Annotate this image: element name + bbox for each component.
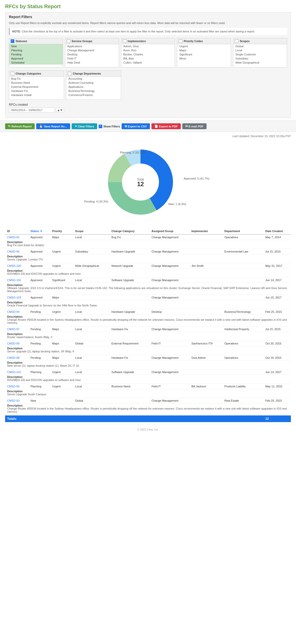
status-scheduled[interactable]: Scheduled <box>9 61 63 65</box>
cell-id[interactable]: CMSD-96 <box>5 249 29 254</box>
service-groups-list[interactable]: Applications Change Management Desktop F… <box>65 44 119 67</box>
description-label: Description <box>7 390 23 393</box>
service-groups-label: Service Groups <box>72 40 92 43</box>
scope-subsidiary[interactable]: Subsidiary <box>233 56 287 61</box>
cd-antitrust[interactable]: Antitrust Counseling <box>66 81 121 85</box>
show-filters-checkbox[interactable] <box>99 125 102 128</box>
date-range-arrows[interactable]: ▲▼ <box>56 108 64 112</box>
cc-hardware-install[interactable]: Hardware Install <box>9 93 64 97</box>
implementers-list[interactable]: Admin, Giva Avon, Ron Becker, Charles Bi… <box>121 44 175 67</box>
description-row: Description IDSVM[01-03] and IDSCON upgr… <box>5 375 291 384</box>
description-cell: Description New server (2), laptop docki… <box>5 361 291 369</box>
pc-urgent[interactable]: Urgent <box>177 44 231 48</box>
cell-assigned-group: Change Management <box>149 234 189 240</box>
export-pdf-button[interactable]: 📄 Export to PDF <box>151 123 181 129</box>
sg-help-desk[interactable]: Help Desk <box>65 61 119 65</box>
rfc-link[interactable]: CMSD-103 <box>7 296 21 299</box>
status-new[interactable]: New <box>9 44 63 48</box>
cell-id[interactable]: CMSD-96 <box>5 384 29 389</box>
impl-admin-giva[interactable]: Admin, Giva <box>121 44 175 48</box>
cell-id[interactable]: CMSD-101 <box>5 369 29 375</box>
export-csv-button[interactable]: ⊞ Export to CSV <box>122 123 150 129</box>
sg-desktop[interactable]: Desktop <box>65 52 119 56</box>
cell-id[interactable]: CMSD-97 <box>5 327 29 332</box>
cc-external-req[interactable]: External Requirement <box>9 85 64 89</box>
priority-codes-checkbox[interactable] <box>179 39 182 43</box>
cell-id[interactable]: CMSD-93 <box>5 398 29 403</box>
status-pending[interactable]: Pending <box>9 52 63 56</box>
date-range-input[interactable] <box>9 108 55 113</box>
cell-assigned-group: Change Management <box>149 355 189 361</box>
refresh-report-button[interactable]: ↻ Refresh Report <box>5 123 35 129</box>
scopes-checkbox[interactable] <box>235 39 238 43</box>
cell-status: Pending <box>29 327 50 332</box>
totals-count: 12 <box>263 415 291 422</box>
rfc-link[interactable]: CMSD-96 <box>7 250 19 253</box>
sg-applications[interactable]: Applications <box>65 44 119 48</box>
cc-bug-fix[interactable]: Bug Fix <box>9 77 64 81</box>
implementers-header: Implementers <box>121 38 175 44</box>
email-pdf-button[interactable]: ✉ E-mail PDF <box>182 123 207 129</box>
pc-significant[interactable]: Significant <box>177 52 231 56</box>
rfc-link[interactable]: CMSD-100 <box>7 264 21 267</box>
rfc-link[interactable]: CMSD-97 <box>7 328 19 331</box>
implementers-checkbox[interactable] <box>123 39 126 43</box>
impl-cullen-vallarie[interactable]: Cullen, Vallarie <box>121 61 175 65</box>
cell-id[interactable]: CMSD-99 <box>5 341 29 346</box>
cell-status: Approved <box>29 295 50 300</box>
cc-business-need[interactable]: Business Need <box>9 81 64 85</box>
impl-bill-alan[interactable]: Bill, Alan <box>121 56 175 61</box>
cell-id[interactable]: CMSD-94 <box>5 309 29 315</box>
change-departments-checkbox[interactable] <box>68 72 71 75</box>
cd-business-tech[interactable]: Business/Technology <box>66 89 121 93</box>
cc-hardware-fix[interactable]: Hardware Fix <box>9 89 64 93</box>
pc-major[interactable]: Major <box>177 48 231 52</box>
scope-single-customer[interactable]: Single Customer <box>233 52 287 56</box>
change-categories-label: Change Categories <box>16 72 41 75</box>
rfc-link[interactable]: CMSD-102 <box>7 279 21 282</box>
cell-id[interactable]: CMSD-100 <box>5 263 29 269</box>
statuses-list[interactable]: New Planning Pending Approved Scheduled <box>9 44 63 67</box>
table-row: CMSD-103 Approved Major Change Managemen… <box>5 295 291 300</box>
cd-applications[interactable]: Applications <box>66 85 121 89</box>
clear-filters-button[interactable]: ✕ Clear Filters <box>72 123 97 129</box>
sg-change-mgmt[interactable]: Change Management <box>65 48 119 52</box>
cell-id[interactable]: CMSD-98 <box>5 355 29 361</box>
pc-minor[interactable]: Minor <box>177 56 231 61</box>
rfc-link[interactable]: CMSD-99 <box>7 342 19 345</box>
cell-id[interactable]: CMSD-102 <box>5 278 29 283</box>
description-row: Description Server upgrade (2), laptop d… <box>5 346 291 355</box>
status-planning[interactable]: Planning <box>9 48 63 52</box>
cell-priority <box>50 398 73 403</box>
change-categories-checkbox[interactable] <box>11 72 14 75</box>
impl-avon-ron[interactable]: Avon, Ron <box>121 48 175 52</box>
sg-field-it[interactable]: Field IT <box>65 56 119 61</box>
cell-id[interactable]: CMSD-103 <box>5 295 29 300</box>
cell-date-created: May 7, 2014 <box>263 234 291 240</box>
scope-global[interactable]: Global <box>233 44 287 48</box>
priority-codes-list[interactable]: Urgent Major Significant Minor <box>177 44 231 67</box>
impl-becker-charles[interactable]: Becker, Charles <box>121 52 175 56</box>
description-label: Description <box>7 255 23 258</box>
change-categories-list[interactable]: Bug Fix Business Need External Requireme… <box>9 77 64 100</box>
show-filters-toggle[interactable]: Show Filters <box>99 125 120 128</box>
rfc-link[interactable]: CMSD-92 <box>7 236 19 239</box>
statuses-checkbox[interactable] <box>11 39 14 43</box>
service-groups-checkbox[interactable] <box>67 39 70 43</box>
rfc-link[interactable]: CMSD-98 <box>7 356 19 359</box>
description-text: Server Upgrade, London IT4 <box>7 258 43 261</box>
rfc-link[interactable]: CMSD-93 <box>7 399 19 402</box>
rfc-link[interactable]: CMSD-94 <box>7 310 19 313</box>
cd-commerce-finance[interactable]: Commerce/Finance <box>66 93 121 97</box>
rfc-link[interactable]: CMSD-101 <box>7 371 21 374</box>
cd-accounting[interactable]: Accounting <box>66 77 121 81</box>
rfc-link[interactable]: CMSD-96 <box>7 385 19 388</box>
scope-wide-geo[interactable]: Wide Geographical <box>233 61 287 65</box>
col-status[interactable]: Status ▼ <box>29 228 50 234</box>
scopes-list[interactable]: Global Local Single Customer Subsidiary … <box>233 44 287 67</box>
change-departments-list[interactable]: Accounting Antitrust Counseling Applicat… <box>66 77 121 100</box>
status-approved[interactable]: Approved <box>9 56 63 61</box>
scope-local[interactable]: Local <box>233 48 287 52</box>
save-report-button[interactable]: 💾 Save Report As... <box>36 123 70 129</box>
cell-id[interactable]: CMSD-92 <box>5 234 29 240</box>
